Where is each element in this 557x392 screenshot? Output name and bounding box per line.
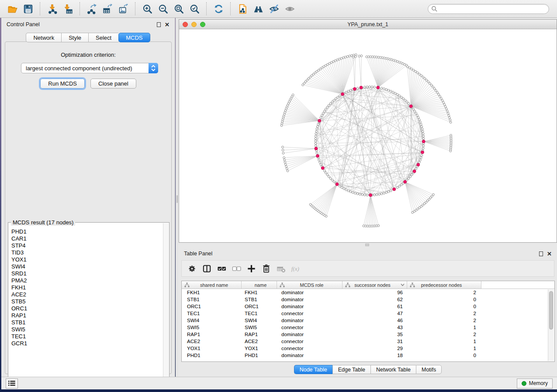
leaf-node[interactable]	[336, 59, 339, 61]
mcds-result-node[interactable]: GCR1	[11, 340, 163, 347]
ring-node[interactable]	[315, 130, 318, 132]
leaf-node[interactable]	[363, 225, 365, 227]
table-row[interactable]: RAP1RAP1dominator352	[182, 331, 554, 338]
tab-mcds[interactable]: MCDS	[118, 33, 150, 42]
ring-node[interactable]	[316, 126, 318, 128]
leaf-node[interactable]	[429, 83, 431, 85]
ring-node[interactable]	[408, 103, 410, 105]
leaf-node[interactable]	[354, 55, 356, 58]
mcds-result-scrollbar[interactable]	[163, 223, 169, 384]
ring-node[interactable]	[315, 145, 317, 147]
leaf-node[interactable]	[282, 152, 284, 154]
mcds-result-node[interactable]: SWI5	[11, 326, 163, 333]
ring-node[interactable]	[409, 175, 412, 178]
leaf-node[interactable]	[447, 112, 449, 114]
mcds-result-list[interactable]: PHD1CAR1STP4TID3YOX1SWI4SRD1PMA2FKH1ACE2…	[9, 224, 163, 384]
table-row[interactable]: ACE2ACE2connector311	[182, 338, 554, 345]
first-neighbors-button[interactable]	[250, 2, 266, 16]
leaf-node[interactable]	[332, 61, 335, 63]
ring-node[interactable]	[364, 194, 366, 196]
ring-node[interactable]	[317, 123, 319, 125]
ring-node[interactable]	[390, 190, 392, 192]
mcds-result-node[interactable]: PHD1	[11, 228, 163, 235]
ring-node[interactable]	[345, 91, 347, 93]
ring-node[interactable]	[415, 112, 417, 114]
ring-node[interactable]	[396, 93, 398, 96]
leaf-node[interactable]	[360, 55, 363, 57]
save-session-button[interactable]	[20, 2, 36, 16]
ring-node[interactable]	[345, 189, 347, 191]
leaf-node[interactable]	[383, 57, 385, 59]
mcds-result-node[interactable]: SRD1	[11, 270, 163, 277]
leaf-node[interactable]	[433, 88, 436, 90]
mcds-hub-node[interactable]	[422, 140, 425, 143]
mcds-hub-node[interactable]	[393, 188, 396, 191]
leaf-node[interactable]	[449, 119, 451, 121]
delete-columns-button[interactable]	[259, 262, 273, 275]
leaf-node[interactable]	[426, 79, 428, 81]
ring-node[interactable]	[329, 103, 332, 105]
column-header-MCDS-role[interactable]: MCDS role	[277, 281, 343, 289]
search-input[interactable]	[428, 4, 549, 14]
ring-node[interactable]	[349, 191, 352, 193]
leaf-node[interactable]	[440, 97, 442, 100]
mcds-hub-node[interactable]	[421, 151, 424, 154]
ring-node[interactable]	[321, 114, 323, 117]
ring-node[interactable]	[329, 177, 332, 179]
leaf-node[interactable]	[445, 108, 447, 110]
ring-node[interactable]	[356, 87, 359, 89]
mcds-hub-node[interactable]	[316, 155, 319, 158]
ring-node[interactable]	[318, 159, 320, 161]
ring-node[interactable]	[361, 193, 363, 196]
close-panel-icon[interactable]: ✕	[165, 22, 170, 27]
ring-node[interactable]	[422, 145, 425, 147]
ring-node[interactable]	[328, 175, 330, 178]
scrollbar-thumb[interactable]	[549, 291, 553, 330]
ring-node[interactable]	[400, 184, 402, 186]
ring-node[interactable]	[421, 128, 423, 130]
leaf-node[interactable]	[334, 60, 336, 62]
add-column-button[interactable]	[244, 262, 259, 275]
ring-node[interactable]	[369, 86, 371, 88]
table-scrollbar[interactable]	[548, 289, 554, 361]
run-mcds-button[interactable]: Run MCDS	[40, 79, 85, 89]
ring-node[interactable]	[385, 192, 387, 194]
ring-node[interactable]	[331, 179, 333, 181]
leaf-node[interactable]	[284, 159, 286, 161]
ring-node[interactable]	[315, 133, 317, 135]
table-row[interactable]: FKH1FKH1dominator962	[182, 289, 554, 296]
ring-node[interactable]	[422, 130, 424, 132]
ring-node[interactable]	[404, 99, 406, 101]
leaf-node[interactable]	[449, 117, 451, 119]
hide-selected-button[interactable]	[266, 2, 282, 16]
table-row[interactable]: ORC1ORC1dominator610	[182, 303, 554, 310]
ring-node[interactable]	[412, 108, 415, 110]
mcds-result-node[interactable]: STB5	[11, 298, 163, 305]
leaf-node[interactable]	[450, 121, 452, 124]
ring-node[interactable]	[421, 126, 423, 128]
mcds-hub-node[interactable]	[336, 183, 339, 186]
ring-node[interactable]	[364, 86, 366, 88]
export-image-button[interactable]	[115, 2, 131, 16]
leaf-node[interactable]	[424, 78, 426, 80]
ring-node[interactable]	[420, 123, 422, 125]
mcds-hub-node[interactable]	[315, 147, 318, 150]
ring-node[interactable]	[385, 89, 387, 91]
ring-node[interactable]	[381, 193, 383, 195]
leaf-node[interactable]	[346, 55, 349, 58]
table-row[interactable]: SWI5SWI5connector431	[182, 324, 554, 331]
ring-node[interactable]	[402, 98, 405, 100]
ring-node[interactable]	[398, 185, 401, 187]
table-mode-button[interactable]	[184, 262, 199, 275]
zoom-out-button[interactable]	[155, 2, 171, 16]
import-network-button[interactable]	[44, 2, 60, 16]
mcds-result-node[interactable]: STP4	[11, 242, 163, 249]
leaf-node[interactable]	[344, 56, 346, 58]
ring-node[interactable]	[394, 92, 396, 94]
ring-node[interactable]	[398, 95, 401, 97]
ring-node[interactable]	[328, 104, 330, 107]
tab-node-table[interactable]: Node Table	[294, 365, 332, 374]
memory-button[interactable]: Memory	[517, 378, 553, 389]
ring-node[interactable]	[406, 101, 408, 103]
ring-node[interactable]	[366, 194, 368, 196]
